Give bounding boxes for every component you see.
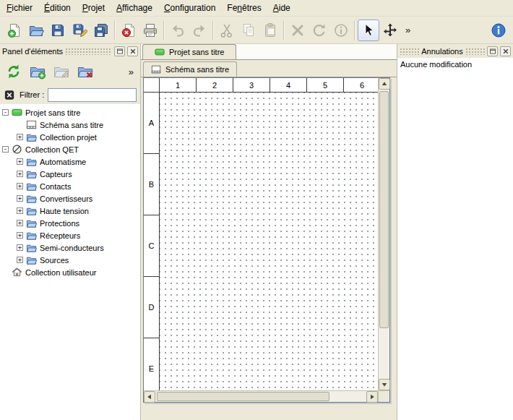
horizontal-scroll-thumb[interactable] <box>157 392 329 401</box>
dock-handle[interactable] <box>400 47 419 55</box>
tree-item-label: Contacts <box>40 182 71 191</box>
tree-item[interactable]: +Récepteurs <box>0 229 140 241</box>
tree-item-label: Collection utilisateur <box>25 268 96 277</box>
menu-bar: FichierÉditionProjetAffichageConfigurati… <box>0 0 513 17</box>
expand-icon[interactable]: + <box>17 232 23 239</box>
dock-close-button[interactable] <box>500 46 511 56</box>
tree-item[interactable]: +Sources <box>0 254 140 266</box>
save-all-button[interactable] <box>90 20 112 41</box>
main-area: Panel d'éléments » Filtrer : -Projet san… <box>0 44 513 420</box>
undo-icon <box>170 22 186 38</box>
tree-item-label: Capteurs <box>40 170 72 179</box>
toolbar-separator <box>212 21 214 40</box>
tree-item[interactable]: +Collection projet <box>0 131 140 143</box>
filter-input[interactable] <box>48 88 137 102</box>
menu-affichage[interactable]: Affichage <box>111 0 158 16</box>
tree-item-label: Schéma sans titre <box>40 121 103 129</box>
new-category-button[interactable] <box>27 61 48 82</box>
menu-projet[interactable]: Projet <box>77 0 111 16</box>
folder-icon <box>26 156 37 167</box>
new-project-button[interactable] <box>4 20 25 41</box>
menu-fichier[interactable]: Fichier <box>1 0 38 16</box>
scroll-right-button[interactable] <box>366 391 378 403</box>
expand-icon[interactable]: + <box>17 195 23 202</box>
delete-category-button[interactable] <box>74 61 96 82</box>
about-icon <box>491 22 506 38</box>
copy-button <box>238 20 259 41</box>
project-tab-bar: Projet sans titre <box>141 44 397 60</box>
edit-category-button <box>51 61 72 82</box>
tree-item-label: Automatisme <box>40 158 86 166</box>
tree-item[interactable]: -Projet sans titre <box>0 106 140 119</box>
save-as-button[interactable] <box>69 20 90 41</box>
save-all-icon <box>93 22 109 38</box>
toolbar-separator <box>283 21 285 40</box>
open-project-button[interactable] <box>25 20 47 41</box>
vertical-scroll-track[interactable] <box>379 90 389 379</box>
toolbar-overflow-button[interactable]: » <box>401 20 415 41</box>
tree-item[interactable]: +Protections <box>0 217 140 229</box>
toolbar-separator <box>163 21 165 40</box>
tree-item-label: Protections <box>40 219 79 228</box>
dock-float-button[interactable] <box>114 46 125 56</box>
tree-item[interactable]: +Contacts <box>0 180 140 192</box>
tree-item[interactable]: +Convertisseurs <box>0 192 140 205</box>
menu-fenetres[interactable]: Fenêtres <box>221 0 267 16</box>
dock-float-button[interactable] <box>487 46 498 56</box>
tree-item[interactable]: +Automatisme <box>0 155 140 168</box>
copy-icon <box>241 22 256 38</box>
about-button[interactable] <box>488 20 509 41</box>
folder-icon <box>26 230 37 241</box>
tree-item[interactable]: +Capteurs <box>0 168 140 180</box>
clear-filter-icon[interactable] <box>4 89 16 101</box>
qelectrotech-app: FichierÉditionProjetAffichageConfigurati… <box>0 0 513 420</box>
vertical-scrollbar <box>378 78 389 390</box>
expand-icon[interactable]: + <box>17 244 23 251</box>
move-tool-icon <box>382 22 398 38</box>
save-button[interactable] <box>47 20 69 41</box>
tree-item[interactable]: Schéma sans titre <box>0 119 140 131</box>
expand-icon[interactable]: + <box>17 207 23 214</box>
expand-icon[interactable]: + <box>17 158 23 165</box>
menu-configuration[interactable]: Configuration <box>158 0 221 16</box>
tree-item[interactable]: +Semi-conducteurs <box>0 241 140 254</box>
scroll-left-button[interactable] <box>144 391 155 403</box>
filter-row: Filtrer : <box>0 85 140 104</box>
expand-icon[interactable]: + <box>17 220 23 226</box>
row-header-D: D <box>144 277 160 338</box>
tree-item-label: Récepteurs <box>40 231 80 240</box>
schema-icon <box>151 64 161 74</box>
tree-item[interactable]: -Collection QET <box>0 143 140 155</box>
print-button[interactable] <box>139 20 161 41</box>
dock-handle[interactable] <box>65 47 112 55</box>
reload-collections-button[interactable] <box>3 61 25 82</box>
object-info-icon <box>333 22 349 38</box>
collapse-icon[interactable]: - <box>2 146 9 153</box>
dock-close-icon <box>129 48 137 55</box>
tab-project[interactable]: Projet sans titre <box>142 44 236 59</box>
expand-icon[interactable]: + <box>17 171 23 177</box>
panel-overflow-button[interactable]: » <box>125 61 137 82</box>
dock-close-button[interactable] <box>127 46 138 56</box>
scroll-down-button[interactable] <box>379 379 390 390</box>
select-tool-button[interactable] <box>358 20 379 41</box>
close-project-button[interactable] <box>118 20 139 41</box>
horizontal-scroll-track[interactable] <box>155 391 366 402</box>
expand-icon[interactable]: + <box>17 134 23 140</box>
folder-icon <box>26 193 37 204</box>
expand-icon[interactable]: + <box>17 183 23 189</box>
move-tool-button[interactable] <box>379 20 401 41</box>
vertical-scroll-thumb[interactable] <box>379 91 389 328</box>
expand-icon[interactable]: + <box>17 257 23 263</box>
workspace: Projet sans titre Schéma sans titre 1234… <box>141 44 397 420</box>
scroll-up-button[interactable] <box>379 78 390 90</box>
row-header-A: A <box>144 93 160 154</box>
tree-item[interactable]: +Haute tension <box>0 205 140 217</box>
menu-edition[interactable]: Édition <box>38 0 77 16</box>
collapse-icon[interactable]: - <box>2 109 9 116</box>
tab-schema[interactable]: Schéma sans titre <box>143 61 237 77</box>
menu-aide[interactable]: Aide <box>267 0 296 16</box>
dock-handle[interactable] <box>465 47 485 55</box>
schema-grid[interactable] <box>160 93 378 390</box>
tree-item[interactable]: Collection utilisateur <box>0 266 140 278</box>
